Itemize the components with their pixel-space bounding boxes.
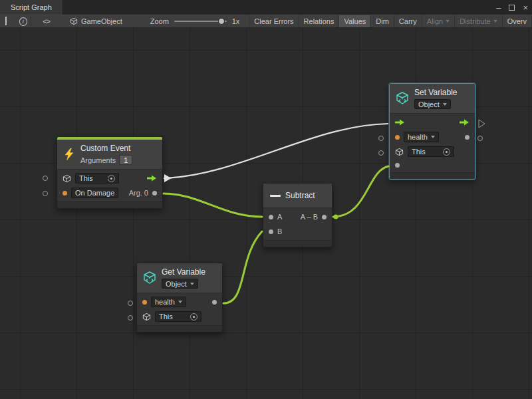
node-custom-event[interactable]: Custom Event Arguments 1 This — [57, 136, 163, 209]
graph-canvas[interactable]: Custom Event Arguments 1 This — [0, 28, 532, 399]
variable-name-dropdown[interactable]: health — [151, 297, 186, 307]
maximize-icon[interactable] — [509, 5, 515, 11]
node-footer — [390, 172, 475, 179]
variable-name-port[interactable] — [142, 300, 147, 305]
wire-get-variable-to-subtract-b[interactable] — [223, 231, 262, 303]
values-toggle[interactable]: Values — [338, 15, 370, 27]
port-custom-event-this[interactable] — [43, 176, 48, 181]
wire-arg0-to-subtract-a[interactable] — [164, 194, 262, 217]
align-dropdown[interactable]: Align — [422, 15, 454, 27]
port-set-variable-value-out[interactable] — [478, 136, 483, 141]
flow-out-arrow-icon[interactable] — [460, 118, 469, 126]
node-set-variable[interactable]: Set Variable Object — [389, 83, 475, 180]
code-icon[interactable]: <> — [43, 17, 50, 25]
input-b-port[interactable] — [269, 229, 273, 234]
value-output-port[interactable] — [212, 300, 217, 305]
toolbar-separator — [31, 17, 31, 26]
chevron-down-icon — [493, 20, 497, 23]
wire-flow-custom-event-to-set-variable[interactable] — [164, 124, 388, 178]
event-name-field[interactable]: On Damage — [71, 188, 118, 198]
new-value-input-port[interactable] — [395, 163, 400, 168]
window-tab-bar: Script Graph – × — [0, 0, 532, 15]
wire-subtract-to-set-variable[interactable] — [333, 166, 388, 217]
info-icon[interactable]: i — [19, 17, 28, 26]
object-picker-icon[interactable] — [443, 148, 450, 156]
flow-in-arrow-icon[interactable] — [395, 118, 405, 126]
dim-toggle[interactable]: Dim — [370, 15, 394, 27]
cube-icon — [70, 17, 78, 25]
lock-icon[interactable] — [5, 17, 13, 25]
zoom-slider[interactable] — [174, 21, 227, 22]
node-subtract[interactable]: Subtract A A – B B — [263, 183, 332, 247]
lightning-icon — [63, 148, 76, 161]
custom-event-name-row: On Damage Arg. 0 — [57, 186, 162, 200]
chevron-down-icon — [446, 20, 450, 23]
variable-scope-dropdown[interactable]: Object — [414, 99, 451, 109]
set-variable-flow-row — [390, 115, 475, 130]
custom-event-target-row: This — [57, 171, 162, 186]
port-set-variable-this[interactable] — [379, 151, 384, 156]
align-label: Align — [427, 17, 443, 25]
zoom-slider-knob[interactable] — [218, 18, 225, 25]
subtract-header[interactable]: Subtract — [263, 184, 332, 208]
window-controls: – × — [496, 0, 528, 15]
set-variable-target-row: This — [390, 144, 475, 159]
node-title: Set Variable — [414, 88, 457, 97]
minimize-icon[interactable]: – — [496, 3, 501, 12]
node-title: Get Variable — [162, 267, 205, 277]
subtract-a-row: A A – B — [263, 209, 332, 224]
variable-name-port[interactable] — [395, 135, 400, 140]
chevron-down-icon — [178, 301, 182, 303]
object-picker-icon[interactable] — [190, 313, 198, 321]
event-name-port[interactable] — [63, 191, 67, 196]
cube-icon — [63, 174, 71, 183]
cube-icon — [395, 148, 404, 156]
scope-value: Object — [166, 280, 187, 288]
variable-scope-dropdown[interactable]: Object — [162, 279, 198, 289]
arguments-count-field[interactable]: 1 — [119, 155, 132, 165]
port-get-variable-name[interactable] — [128, 301, 133, 306]
node-title: Custom Event — [80, 144, 132, 153]
event-name-value: On Damage — [75, 189, 114, 197]
node-footer — [137, 325, 222, 332]
get-variable-header[interactable]: Get Variable Object — [137, 263, 222, 293]
gameobject-target-button[interactable]: GameObject — [70, 17, 122, 25]
relations-toggle[interactable]: Relations — [299, 15, 339, 27]
carry-toggle[interactable]: Carry — [394, 15, 422, 27]
gameobject-label: GameObject — [81, 17, 122, 25]
cube-icon — [142, 313, 151, 321]
this-object-field[interactable]: This — [75, 173, 119, 184]
port-set-variable-flow-out[interactable] — [479, 120, 485, 128]
node-footer — [57, 201, 162, 208]
this-value: This — [412, 148, 426, 156]
distribute-dropdown[interactable]: Distribute — [454, 15, 501, 27]
subtract-output-connected-port[interactable] — [334, 215, 338, 219]
flow-wire-start-arrow — [164, 174, 172, 182]
subtract-b-row: B — [263, 224, 332, 239]
overview-button[interactable]: Overv — [502, 15, 532, 27]
flow-out-arrow-icon[interactable] — [147, 174, 157, 182]
set-variable-input-row — [390, 159, 475, 171]
close-icon[interactable]: × — [523, 3, 528, 12]
variable-name-value: health — [408, 133, 428, 141]
tab-title: Script Graph — [11, 3, 52, 11]
result-output-port[interactable] — [322, 215, 327, 219]
tab-script-graph[interactable]: Script Graph — [0, 0, 63, 15]
object-picker-icon[interactable] — [108, 175, 115, 182]
value-output-port[interactable] — [465, 135, 469, 140]
port-custom-event-name[interactable] — [43, 192, 48, 196]
arg0-output-port[interactable] — [152, 191, 157, 196]
port-set-variable-name[interactable] — [379, 136, 384, 141]
this-object-field[interactable]: This — [155, 311, 201, 322]
variable-name-dropdown[interactable]: health — [404, 132, 439, 142]
node-get-variable[interactable]: Get Variable Object health — [136, 263, 223, 332]
arguments-label: Arguments — [80, 156, 116, 164]
this-object-field[interactable]: This — [408, 146, 454, 157]
input-a-port[interactable] — [269, 215, 273, 219]
scope-value: Object — [418, 100, 440, 108]
custom-event-header[interactable]: Custom Event Arguments 1 — [57, 140, 162, 170]
set-variable-header[interactable]: Set Variable Object — [390, 84, 475, 114]
clear-errors-button[interactable]: Clear Errors — [249, 15, 298, 27]
distribute-label: Distribute — [460, 17, 490, 25]
port-get-variable-this[interactable] — [128, 316, 133, 321]
